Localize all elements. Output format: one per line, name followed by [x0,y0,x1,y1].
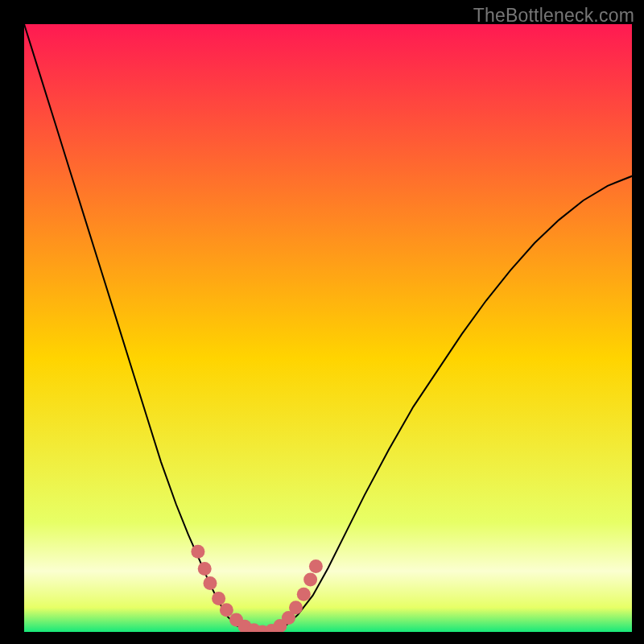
bottleneck-plot [24,24,632,632]
curve-marker [303,573,317,587]
curve-marker [212,592,225,605]
curve-marker [289,601,303,614]
curve-marker [198,562,212,576]
curve-marker [204,576,217,590]
curve-marker [297,588,311,601]
plot-background [24,24,632,632]
chart-stage: TheBottleneck.com [0,0,644,644]
watermark-text: TheBottleneck.com [473,5,634,27]
curve-marker [309,559,323,573]
curve-marker [220,603,233,617]
curve-marker [191,545,204,559]
